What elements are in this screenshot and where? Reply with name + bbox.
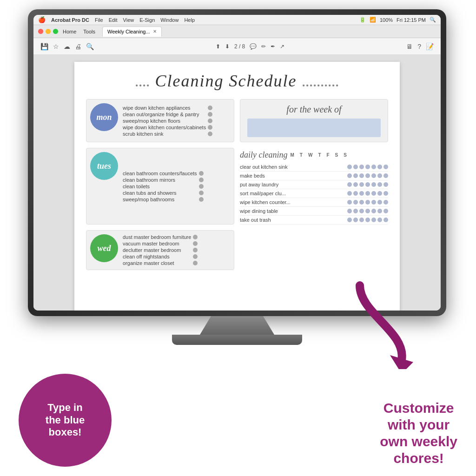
task-text: clean out/organize fridge & pantry [123, 112, 199, 117]
tab-close-icon[interactable]: ✕ [153, 29, 157, 34]
day-checkbox[interactable] [377, 182, 382, 187]
search-toolbar-icon[interactable]: 🔍 [86, 43, 94, 50]
day-checkbox[interactable] [377, 173, 382, 178]
week-of-input[interactable] [247, 119, 381, 137]
day-checkbox[interactable] [365, 209, 370, 213]
daily-task-row: take out trash [240, 216, 388, 225]
comment-icon[interactable]: 💬 [250, 43, 257, 50]
day-checkbox[interactable] [383, 200, 388, 205]
screen-content: 🍎 Acrobat Pro DC File Edit View E-Sign W… [33, 15, 441, 311]
cloud-icon[interactable]: ☁ [64, 43, 70, 50]
day-checkbox[interactable] [353, 173, 358, 178]
day-checkbox[interactable] [371, 182, 376, 187]
day-checkbox[interactable] [347, 173, 352, 178]
minimize-button[interactable] [46, 29, 51, 34]
page-container: 🍎 Acrobat Pro DC File Edit View E-Sign W… [0, 0, 476, 476]
day-checkbox[interactable] [371, 165, 376, 169]
daily-dots[interactable] [300, 209, 388, 213]
day-checkbox[interactable] [377, 200, 382, 205]
day-checkbox[interactable] [353, 218, 358, 222]
edit-icon[interactable]: ✒ [271, 43, 275, 50]
day-checkbox[interactable] [383, 173, 388, 178]
menu-items: File Edit View E-Sign Window Help [95, 17, 359, 23]
day-checkbox[interactable] [353, 165, 358, 169]
help-icon[interactable]: ? [417, 43, 421, 50]
day-checkbox[interactable] [359, 173, 364, 178]
daily-dots[interactable] [300, 200, 388, 205]
day-checkbox[interactable] [365, 173, 370, 178]
menu-edit[interactable]: Edit [109, 17, 118, 23]
day-checkbox[interactable] [347, 191, 352, 196]
menu-window[interactable]: Window [160, 17, 178, 23]
day-checkbox[interactable] [383, 191, 388, 196]
search-icon[interactable]: 🔍 [430, 17, 436, 23]
day-checkbox[interactable] [359, 218, 364, 222]
tab-tools[interactable]: Tools [83, 29, 95, 34]
nav-down-icon[interactable]: ⬇ [225, 43, 230, 50]
daily-dots[interactable] [300, 191, 388, 196]
day-checkbox[interactable] [377, 218, 382, 222]
day-checkbox[interactable] [371, 218, 376, 222]
task-bullet [199, 184, 204, 189]
day-checkbox[interactable] [347, 218, 352, 222]
close-button[interactable] [38, 29, 43, 34]
daily-dots[interactable] [300, 165, 388, 169]
day-checkbox[interactable] [365, 191, 370, 196]
day-checkbox[interactable] [353, 200, 358, 205]
menu-help[interactable]: Help [184, 17, 195, 23]
day-checkbox[interactable] [353, 209, 358, 213]
tab-home[interactable]: Home [63, 29, 76, 34]
day-checkbox[interactable] [377, 165, 382, 169]
screen-icon[interactable]: 🖥 [406, 43, 413, 50]
day-checkbox[interactable] [371, 200, 376, 205]
print-icon[interactable]: 🖨 [75, 43, 81, 50]
day-checkbox[interactable] [377, 209, 382, 213]
day-checkbox[interactable] [353, 182, 358, 187]
day-checkbox[interactable] [365, 218, 370, 222]
day-checkbox[interactable] [371, 209, 376, 213]
pdf-toolbar: 💾 ☆ ☁ 🖨 🔍 ⬆ ⬇ 2 / 8 💬 ✏ ✒ [33, 38, 441, 55]
day-checkbox[interactable] [353, 191, 358, 196]
day-checkbox[interactable] [365, 165, 370, 169]
day-checkbox[interactable] [383, 209, 388, 213]
wednesday-circle: wed [90, 234, 118, 262]
table-row: declutter master bedroom [123, 247, 198, 253]
day-checkbox[interactable] [359, 182, 364, 187]
task-text: clean off nightstands [123, 254, 170, 259]
day-checkbox[interactable] [383, 182, 388, 187]
menu-file[interactable]: File [95, 17, 103, 23]
day-checkbox[interactable] [371, 191, 376, 196]
day-checkbox[interactable] [365, 182, 370, 187]
annotate-icon[interactable]: 📝 [426, 43, 434, 50]
day-checkbox[interactable] [347, 165, 352, 169]
nav-up-icon[interactable]: ⬆ [216, 43, 220, 50]
day-checkbox[interactable] [365, 200, 370, 205]
day-checkbox[interactable] [371, 173, 376, 178]
tuesday-circle: tues [90, 152, 118, 180]
tab-active[interactable]: Weekly Cleaning... ✕ [102, 26, 162, 37]
bookmark-icon[interactable]: ☆ [53, 43, 59, 50]
pen-icon[interactable]: ✏ [261, 43, 266, 50]
day-checkbox[interactable] [377, 191, 382, 196]
daily-dots[interactable] [300, 182, 388, 187]
day-checkbox[interactable] [347, 200, 352, 205]
save-icon[interactable]: 💾 [40, 43, 48, 50]
badge-line2: the blue [46, 414, 85, 426]
task-text: sweep/mop bathrooms [123, 197, 174, 202]
menu-esign[interactable]: E-Sign [139, 17, 155, 23]
day-checkbox[interactable] [347, 182, 352, 187]
day-checkbox[interactable] [359, 209, 364, 213]
day-checkbox[interactable] [383, 165, 388, 169]
menu-view[interactable]: View [123, 17, 134, 23]
day-checkbox[interactable] [359, 165, 364, 169]
daily-dots[interactable] [300, 173, 388, 178]
share-icon[interactable]: ↗ [280, 43, 284, 50]
maximize-button[interactable] [53, 29, 58, 34]
apple-menu[interactable]: 🍎 [38, 16, 46, 23]
day-checkbox[interactable] [383, 218, 388, 222]
task-text: declutter master bedroom [123, 247, 181, 253]
day-checkbox[interactable] [347, 209, 352, 213]
day-checkbox[interactable] [359, 191, 364, 196]
daily-dots[interactable] [300, 218, 388, 222]
day-checkbox[interactable] [359, 200, 364, 205]
